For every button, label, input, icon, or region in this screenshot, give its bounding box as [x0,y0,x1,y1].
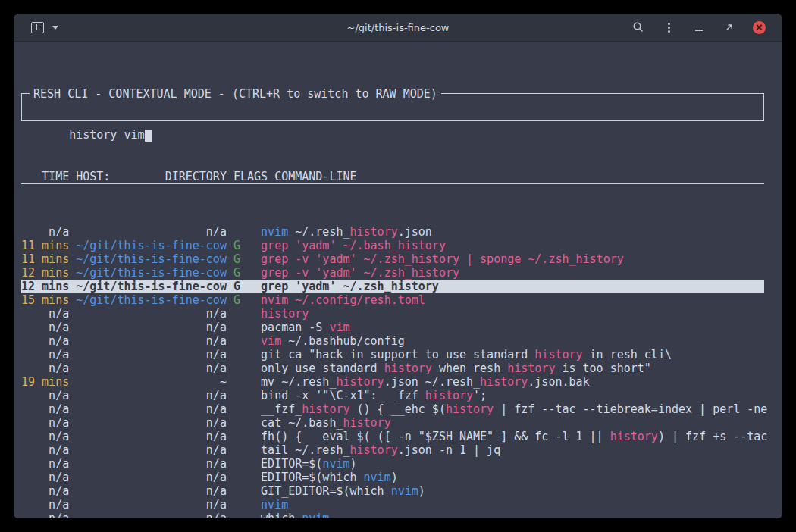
history-row[interactable]: 12 mins ~/git/this-is-fine-cow G grep -v… [21,266,764,280]
history-row[interactable]: n/a n/a git ca "hack in support to use s… [21,348,764,361]
menu-button[interactable] [662,20,675,34]
history-row[interactable]: n/a n/a pacman -S vim [21,321,764,334]
history-row[interactable]: n/a n/a nvim ~/.resh_history.json [21,225,764,239]
history-row[interactable]: n/a n/a GIT_EDITOR=$(which nvim) [21,484,764,498]
history-row[interactable]: 12 mins ~/git/this-is-fine-cow G grep 'y… [21,280,764,293]
history-row[interactable]: 19 mins ~ mv ~/.resh_history.json ~/.res… [21,375,764,389]
desktop: { "colors": { "terminal_bg": "#383c4a", … [0,0,796,532]
history-list: n/a n/a nvim ~/.resh_history.json11 mins… [21,225,764,518]
history-row[interactable]: n/a n/a tail ~/.resh_history.json -n 1 |… [21,443,764,457]
new-terminal-button[interactable] [30,20,44,34]
history-row[interactable]: 11 mins ~/git/this-is-fine-cow G grep 'y… [21,239,764,252]
terminal-window: ~/git/this-is-fine-cow [14,14,782,518]
history-row[interactable]: n/a n/a vim ~/.bashhub/config [21,334,764,348]
resh-mode-title: RESH CLI - CONTEXTUAL MODE - (CTRL+R to … [30,87,441,101]
history-row[interactable]: n/a n/a fh() { eval $( ([ -n "$ZSH_NAME"… [21,430,764,443]
history-row[interactable]: n/a n/a history [21,307,764,321]
minimize-button[interactable] [692,20,706,34]
search-icon [632,21,644,33]
resh-search-box[interactable]: RESH CLI - CONTEXTUAL MODE - (CTRL+R to … [21,93,764,121]
history-row[interactable]: n/a n/a bind -x '"\C-x1": __fzf_history'… [21,389,764,402]
history-row[interactable]: n/a n/a EDITOR=$(nvim) [21,457,764,471]
history-table-header: TIME HOST: DIRECTORY FLAGS COMMAND-LINE [21,170,764,184]
text-cursor [145,130,152,142]
search-query-text: history vim [69,128,144,142]
history-row[interactable]: 11 mins ~/git/this-is-fine-cow G grep -v… [21,252,764,266]
terminal-screen: RESH CLI - CONTEXTUAL MODE - (CTRL+R to … [14,42,782,518]
history-row[interactable]: n/a n/a nvim [21,498,764,512]
history-row[interactable]: n/a n/a only use standard history when r… [21,361,764,375]
close-button[interactable] [753,21,766,34]
history-row[interactable]: n/a n/a cat ~/.bash_history [21,416,764,430]
titlebar[interactable]: ~/git/this-is-fine-cow [14,14,782,42]
history-row[interactable]: n/a n/a EDITOR=$(which nvim) [21,471,764,484]
terminal-dropdown-button[interactable] [49,20,62,34]
restore-button[interactable] [722,20,736,34]
chevron-down-icon [52,26,58,30]
history-row[interactable]: 15 mins ~/git/this-is-fine-cow G nvim ~/… [21,293,764,307]
search-input[interactable]: history vim [69,128,151,142]
menu-kebab-icon [668,23,670,33]
history-row[interactable]: n/a n/a which nvim [21,512,764,518]
new-terminal-icon [31,22,44,33]
minimize-icon [695,30,703,31]
search-button[interactable] [631,20,645,34]
restore-icon [724,22,735,33]
history-row[interactable]: n/a n/a __fzf_history () { __ehc $(histo… [21,402,764,416]
